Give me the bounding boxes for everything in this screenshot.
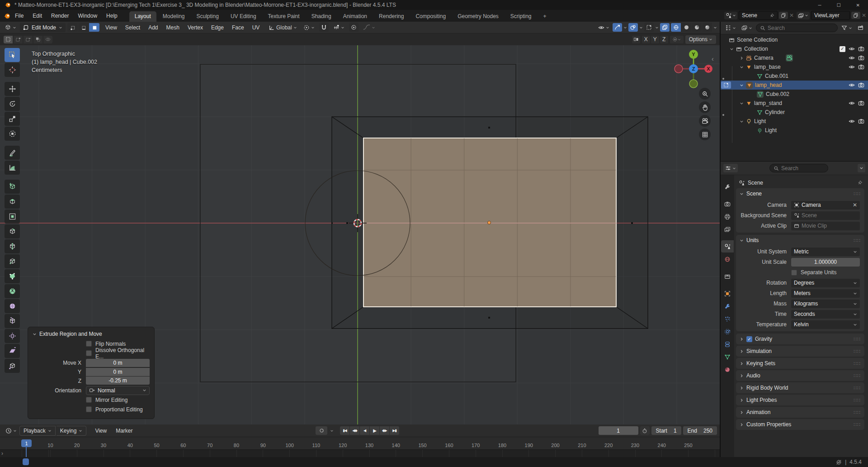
drag-handle[interactable]: ∷∷ (854, 348, 861, 354)
topbar-menu-item[interactable]: Edit (28, 12, 47, 20)
chevron-down-icon[interactable] (655, 26, 659, 29)
hide-eye-icon[interactable] (849, 82, 855, 88)
disable-render-camera-icon[interactable] (858, 118, 864, 124)
topbar-menu-item[interactable]: Window (73, 12, 102, 20)
outliner-row-lamp-base[interactable]: lamp_base (721, 62, 868, 71)
chevron-down-icon[interactable] (740, 119, 744, 124)
tool-measure[interactable] (5, 161, 20, 175)
hide-eye-icon[interactable] (849, 118, 855, 124)
tool-rip-region[interactable] (5, 359, 20, 373)
tool-shear[interactable] (5, 344, 20, 358)
snap-settings-dropdown[interactable] (331, 23, 346, 32)
tool-smooth[interactable] (5, 299, 20, 313)
workspace-tab[interactable]: + (538, 11, 552, 22)
chevron-down-icon[interactable] (740, 65, 744, 69)
tab-material[interactable] (721, 363, 734, 376)
chevron-right-icon[interactable] (740, 56, 744, 60)
tool-add-cube[interactable] (5, 180, 20, 194)
unit-scale-field[interactable]: 1.000000 (791, 258, 860, 267)
minimize-button[interactable]: ─ (818, 3, 821, 8)
viewlayer-remove-button[interactable]: ✕ (862, 12, 866, 19)
new-collection-button[interactable] (856, 24, 865, 32)
flip-normals-checkbox[interactable] (86, 341, 92, 347)
units-dropdown[interactable]: Kelvin (791, 320, 860, 329)
use-preview-range-button[interactable] (640, 426, 650, 435)
current-frame-field[interactable]: 1 (599, 426, 638, 435)
outliner-row-lamp-stand[interactable]: lamp_stand (721, 99, 868, 108)
viewport-menu-item[interactable]: Add (144, 24, 162, 32)
mode-dropdown[interactable]: Edit Mode (20, 23, 66, 32)
tab-view-layer[interactable] (721, 223, 734, 235)
frame-start-field[interactable]: Start 1 (651, 426, 681, 435)
collapsed-panel[interactable]: Simulation ∷∷ (736, 346, 864, 357)
hide-eye-icon[interactable] (849, 55, 855, 61)
proportional-editing-checkbox[interactable] (86, 406, 92, 412)
tool-shrink-fatten[interactable] (5, 329, 20, 343)
outliner-row-scene-collection[interactable]: Scene Collection (721, 35, 868, 44)
timeline-scrollbar-handle[interactable] (23, 458, 29, 465)
chevron-down-icon[interactable] (330, 429, 334, 433)
pivot-point-dropdown[interactable] (302, 23, 316, 32)
collapsed-panel[interactable]: Custom Properties ∷∷ (736, 419, 864, 430)
clear-camera-button[interactable]: ✕ (853, 202, 857, 208)
disable-render-camera-icon[interactable] (858, 55, 864, 61)
tab-data[interactable] (721, 351, 734, 363)
workspace-tab[interactable]: UV Editing (225, 11, 262, 22)
drag-handle[interactable]: ∷∷ (854, 336, 861, 342)
scene-unlink-button[interactable]: ✕ (789, 12, 794, 19)
scene-browse-button[interactable] (724, 12, 737, 19)
playhead-line[interactable] (26, 447, 27, 457)
shading-material-button[interactable] (692, 23, 702, 32)
separate-units-checkbox[interactable] (791, 270, 797, 276)
proportional-falloff-dropdown[interactable] (361, 23, 377, 32)
vertex-select-button[interactable] (67, 23, 78, 32)
select-mode-extend-button[interactable] (14, 36, 23, 43)
disable-render-camera-icon[interactable] (858, 64, 864, 70)
viewport-menu-item[interactable]: Edge (207, 24, 228, 32)
outliner-row-cube002[interactable]: Cube.002 (721, 90, 868, 99)
gizmo-neg-x-axis[interactable] (675, 65, 683, 73)
pin-icon[interactable] (769, 13, 774, 18)
tool-knife[interactable] (5, 254, 20, 268)
drag-handle[interactable]: ∷∷ (854, 397, 861, 403)
tab-tool[interactable] (721, 181, 734, 193)
playback-dropdown[interactable]: Playback (19, 426, 56, 436)
workspace-tab[interactable]: Texture Paint (263, 11, 305, 22)
collapsed-panel[interactable]: Audio ∷∷ (736, 370, 864, 381)
tab-scene[interactable] (721, 240, 734, 253)
tool-poly-build[interactable] (5, 269, 20, 283)
outliner-row-lamp-head[interactable]: lamp_head (721, 81, 868, 90)
drag-handle[interactable]: ∷∷ (854, 361, 861, 367)
next-keyframe-button[interactable]: ◆▶ (380, 426, 389, 435)
tool-inset-faces[interactable] (5, 210, 20, 224)
drag-handle[interactable]: ∷∷ (854, 422, 861, 428)
timeline-track[interactable]: › (0, 449, 720, 457)
pan-button[interactable] (699, 101, 711, 113)
drag-handle[interactable]: ∷∷ (854, 385, 861, 391)
channel-expand-arrow[interactable]: › (1, 450, 3, 457)
topbar-menu-item[interactable]: Help (102, 12, 122, 20)
tab-render[interactable] (721, 198, 734, 210)
tool-loop-cut[interactable] (5, 239, 20, 253)
region-collapse-arrow[interactable]: ‹ (712, 55, 714, 62)
properties-search[interactable] (769, 164, 828, 172)
mirror-axis-icon[interactable] (632, 36, 640, 43)
collapsed-panel[interactable]: Animation ∷∷ (736, 407, 864, 418)
object-visibility-dropdown[interactable] (596, 23, 611, 32)
tab-particles[interactable] (721, 313, 734, 325)
tool-edge-slide[interactable] (5, 314, 20, 328)
overlays-dropdown-chevron[interactable] (639, 26, 643, 29)
units-dropdown[interactable]: Meters (791, 289, 860, 298)
editor-type-button[interactable] (3, 23, 18, 32)
tool-extrude-region[interactable] (5, 195, 20, 209)
tool-bevel[interactable] (5, 224, 20, 238)
move-z-field[interactable]: -0.25 m (86, 376, 150, 385)
timeline-marker-menu[interactable]: Marker (112, 427, 137, 435)
tab-constraints[interactable] (721, 338, 734, 350)
properties-editor-type-button[interactable] (723, 164, 738, 172)
viewport-menu-item[interactable]: Mesh (162, 24, 184, 32)
dissolve-checkbox[interactable] (86, 350, 92, 356)
tab-object[interactable] (721, 287, 734, 300)
tool-select-box[interactable] (5, 48, 20, 62)
select-mode-invert-button[interactable] (33, 36, 42, 43)
